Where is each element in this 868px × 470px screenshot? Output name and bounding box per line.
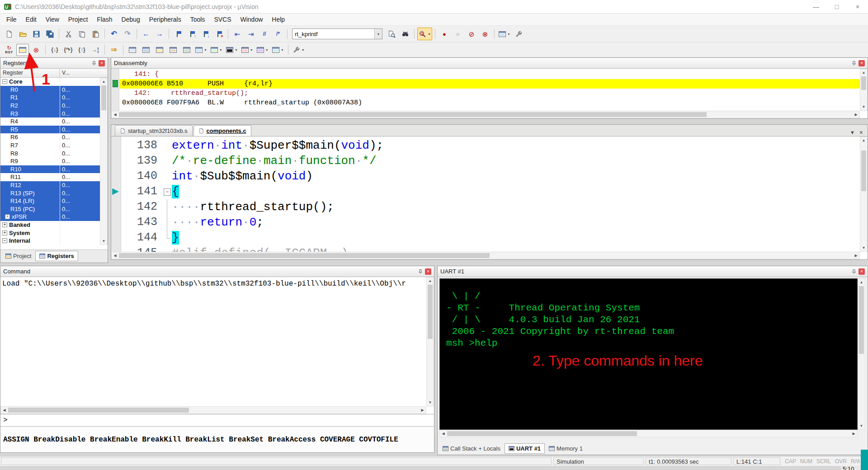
registers-window-button[interactable] (167, 44, 179, 56)
pin-icon[interactable] (418, 269, 423, 274)
uart-hscrollbar-arrow-start[interactable]: ◀ (440, 430, 447, 437)
expand-toggle-core[interactable]: − (2, 79, 7, 84)
command-hscrollbar-thumb[interactable] (8, 408, 189, 413)
step-out-button[interactable]: {↑} (75, 44, 88, 56)
disassembly-vscrollbar-thumb[interactable] (861, 76, 866, 90)
register-value[interactable]: 0... (62, 118, 70, 125)
show-next-statement-button[interactable]: ⇒ (108, 44, 120, 56)
disassembly-close-button[interactable]: × (859, 60, 865, 66)
pin-icon[interactable] (851, 269, 857, 274)
register-row-internal[interactable]: −Internal (0, 237, 100, 245)
step-over-button[interactable]: {↷} (62, 44, 75, 56)
system-viewer-button[interactable]: ▼ (271, 44, 285, 56)
disassembly-content[interactable]: 141: {0x080006E6 B510 PUSH {r4,lr} 142: … (119, 69, 860, 111)
registers-scrollbar-arrow-end[interactable]: ▼ (100, 238, 107, 244)
disassembly-vscrollbar-arrow-start[interactable]: ▲ (860, 69, 867, 76)
registers-scrollbar[interactable]: ▲▼ (100, 78, 108, 245)
register-value[interactable]: 0... (62, 102, 70, 109)
disassembly-vscrollbar[interactable]: ▲▼ (860, 69, 868, 111)
disassembly-hscrollbar-thumb[interactable] (119, 112, 707, 117)
register-row-r11[interactable]: R110... (0, 173, 100, 181)
register-value[interactable]: 0... (62, 182, 70, 188)
disassembly-window-button[interactable] (140, 44, 152, 56)
uart-vscrollbar-arrow-start[interactable]: ▲ (858, 279, 865, 286)
trace-window-dropdown[interactable]: ▼ (265, 48, 269, 52)
command-hscrollbar-arrow-end[interactable]: ▶ (419, 407, 426, 414)
breakpoint-kill-all-button[interactable]: ⊗ (479, 28, 491, 40)
register-row-r2[interactable]: R20... (0, 102, 100, 110)
menu-debug[interactable]: Debug (117, 14, 145, 25)
undo-button[interactable]: ↶ (108, 28, 120, 40)
memory-window-dropdown[interactable]: ▼ (219, 48, 222, 52)
breakpoint-enable-disable-button[interactable]: ○ (452, 28, 464, 40)
menu-file[interactable]: File (2, 14, 21, 25)
menu-edit[interactable]: Edit (21, 14, 41, 25)
tab-project[interactable]: Project (1, 251, 35, 261)
command-vscrollbar-arrow-end[interactable]: ▼ (427, 399, 434, 406)
register-value[interactable]: 0... (62, 206, 70, 212)
trace-window-button[interactable]: ▼ (255, 44, 270, 56)
stop-button[interactable]: ⊗ (30, 44, 42, 56)
register-value[interactable]: 0... (62, 142, 70, 149)
watch-window-dropdown[interactable]: ▼ (204, 48, 207, 52)
debug-session-button[interactable]: ▼ (417, 28, 432, 40)
pin-icon[interactable] (91, 61, 97, 66)
register-row-r10[interactable]: R100... (0, 165, 100, 174)
command-window-button[interactable] (126, 44, 139, 56)
registers-tree[interactable]: −CoreR00...R10...R20...R30...R40...R50..… (0, 78, 100, 245)
minimize-button[interactable]: — (806, 0, 826, 13)
register-value[interactable]: 0... (62, 166, 70, 173)
find-combo-dropdown[interactable]: ▼ (374, 29, 382, 39)
register-row-xpsr[interactable]: +xPSR0... (0, 213, 100, 221)
menu-peripherals[interactable]: Peripherals (145, 14, 186, 25)
register-row-r4[interactable]: R40... (0, 118, 100, 126)
bookmark-toggle-button[interactable] (172, 28, 184, 40)
serial-window-button[interactable]: ▼ (225, 44, 239, 56)
tab-call-stack-locals[interactable]: Call Stack + Locals (439, 443, 505, 454)
menu-svcs[interactable]: SVCS (209, 14, 236, 25)
register-value[interactable]: 0... (62, 110, 70, 117)
register-row-system[interactable]: +System (0, 229, 100, 237)
uart-terminal[interactable]: \ | /- RT - Thread Operating System / | … (439, 278, 858, 430)
disassembly-vscrollbar-arrow-end[interactable]: ▼ (860, 103, 867, 110)
register-row-banked[interactable]: +Banked (0, 221, 100, 229)
register-row-r5[interactable]: R50... (0, 126, 100, 134)
comment-button[interactable]: // (258, 28, 271, 40)
expand-toggle-system[interactable]: + (2, 230, 7, 235)
register-value[interactable]: 0... (62, 150, 70, 157)
symbol-window-button[interactable] (153, 44, 166, 56)
register-value[interactable]: 0... (62, 190, 70, 197)
register-row-r9[interactable]: R90... (0, 157, 100, 165)
editor-tab-components-c[interactable]: components.c (193, 125, 251, 136)
command-close-button[interactable]: × (425, 268, 431, 275)
run-to-cursor-button[interactable]: →¦ (89, 44, 102, 56)
register-row-r3[interactable]: R30... (0, 109, 100, 118)
open-file-button[interactable] (16, 28, 29, 40)
find-combo-input[interactable] (292, 31, 374, 38)
uart-vscrollbar[interactable]: ▲▼ (858, 278, 865, 430)
register-value[interactable]: 0... (62, 174, 70, 180)
new-file-button[interactable] (3, 28, 15, 40)
editor-tab-startup-stm32f103xb-s[interactable]: startup_stm32f103xb.s (115, 125, 193, 136)
toolbox-dropdown[interactable]: ▼ (302, 48, 305, 52)
code-editor[interactable]: 138extern·int·$Super$$main(void);139/*·r… (121, 136, 860, 252)
restore-views-button[interactable]: ▼ (497, 28, 512, 40)
command-vscrollbar[interactable]: ▲▼ (426, 277, 434, 406)
editor-tab-list-button[interactable]: ▼ (850, 130, 855, 135)
uart-hscrollbar-arrow-end[interactable]: ▶ (850, 430, 857, 437)
find-combo[interactable]: ▼ (292, 28, 382, 39)
command-vscrollbar-thumb[interactable] (428, 285, 433, 339)
uart-vscrollbar-thumb[interactable] (859, 286, 864, 354)
editor-vscrollbar-thumb[interactable] (861, 150, 866, 191)
maximize-button[interactable]: □ (826, 0, 847, 13)
register-row-r13-sp[interactable]: R13 (SP)0... (0, 189, 100, 197)
registers-scrollbar-thumb[interactable] (101, 85, 106, 110)
value-column-header[interactable]: V... (60, 69, 108, 77)
register-row-r7[interactable]: R70... (0, 141, 100, 150)
toolbox-button[interactable]: ▼ (291, 44, 306, 56)
disassembly-hscrollbar-arrow-start[interactable]: ◀ (112, 111, 118, 118)
registers-scrollbar-arrow-start[interactable]: ▲ (100, 78, 107, 85)
command-hscrollbar-arrow-start[interactable]: ◀ (1, 407, 8, 414)
editor-close-file-button[interactable]: × (859, 129, 863, 136)
save-all-button[interactable] (43, 28, 56, 40)
